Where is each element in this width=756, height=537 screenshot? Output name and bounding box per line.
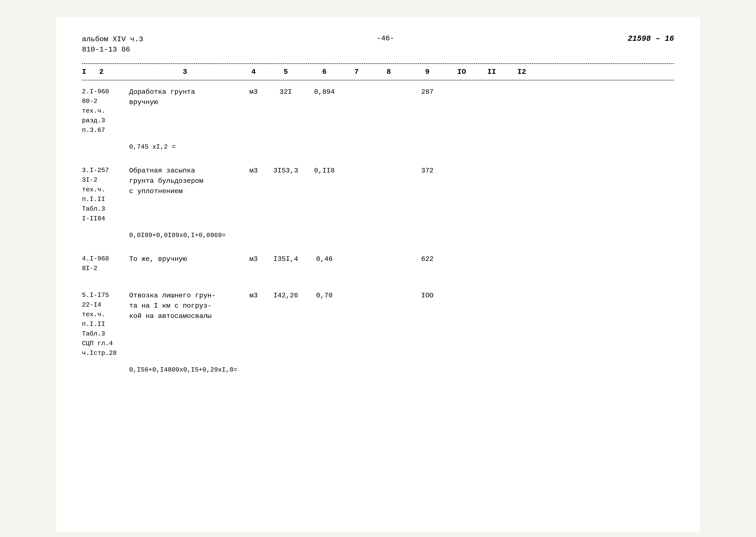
row4-subrow-spacer	[82, 366, 129, 374]
row4-col9: IOO	[408, 291, 447, 301]
col-header-7: 7	[344, 68, 370, 76]
table-row: 5.I-I7522-I4тех.ч.п.I.IIТабл.3СЦП гл.4ч.…	[82, 284, 674, 378]
row2-quantity: 3I53,3	[266, 166, 305, 176]
row1-quantity: 32I	[266, 87, 305, 97]
row3-col9: 622	[408, 254, 447, 264]
row2-formula: 0,0I89+0,0I89х0,I+0,0969=	[129, 232, 226, 239]
row1-subrow-spacer	[82, 143, 129, 150]
row1-subrow: 0,745 хI,2 =	[82, 142, 674, 155]
document-code: 21598 – 16	[628, 34, 674, 43]
row2-col6: 0,II8	[305, 166, 344, 176]
row4-subrow: 0,I56+0,I4809х0,I5+0,29хI,8=	[82, 364, 674, 378]
col-header-8: 8	[370, 68, 408, 76]
col-header-4: 4	[241, 68, 266, 76]
col-header-1: I	[82, 68, 86, 76]
row-4-main: 5.I-I7522-I4тех.ч.п.I.IIТабл.3СЦП гл.4ч.…	[82, 284, 674, 364]
row1-formula: 0,745 хI,2 =	[129, 143, 176, 150]
row1-unit: м3	[241, 87, 266, 97]
row1-col6: 0,894	[305, 87, 344, 97]
row3-quantity: I35I,4	[266, 254, 305, 264]
row4-formula: 0,I56+0,I4809х0,I5+0,29хI,8=	[129, 366, 237, 374]
document-number: 810-1-13 86	[82, 45, 143, 55]
row3-unit: м3	[241, 254, 266, 264]
row4-col6: 0,70	[305, 291, 344, 301]
table-row: 2.I-96080-2тех.ч.разд.3п.3.67 Доработка …	[82, 80, 674, 155]
row-1-main: 2.I-96080-2тех.ч.разд.3п.3.67 Доработка …	[82, 80, 674, 142]
table-row: 3.I-2573I-2тех.ч.п.I.IIТабл.3I-II84 Обра…	[82, 159, 674, 243]
table-header-row: I 2 3 4 5 6 7 8 9 IO II I2	[82, 64, 674, 80]
table-row: 4.I-9688I-2 То же, вручную м3 I35I,4 0,4…	[82, 248, 674, 280]
row4-unit: м3	[241, 291, 266, 301]
col-header-6: 6	[305, 68, 344, 76]
row2-description: Обратная засыпкагрунта бульдозеромс упло…	[129, 166, 241, 196]
page-number: -46-	[377, 34, 394, 42]
col-header-2: 2	[99, 68, 103, 76]
col-header-10: IO	[447, 68, 477, 76]
row1-description: Доработка грунтавручную	[129, 87, 241, 107]
page-header: альбом XIV ч.3 810-1-13 86 -46- 21598 – …	[82, 34, 674, 55]
row2-col9: 372	[408, 166, 447, 176]
col-header-1-2: I 2	[82, 68, 129, 76]
document-page: альбом XIV ч.3 810-1-13 86 -46- 21598 – …	[56, 17, 700, 532]
row2-id: 3.I-2573I-2тех.ч.п.I.IIТабл.3I-II84	[82, 166, 129, 224]
row3-id: 4.I-9688I-2	[82, 254, 129, 273]
row4-description: Отвозка лишнего грун-та на I км с погруз…	[129, 291, 241, 321]
header-left: альбом XIV ч.3 810-1-13 86	[82, 34, 143, 55]
col-header-3: 3	[129, 68, 241, 76]
col-header-9: 9	[408, 68, 447, 76]
album-label: альбом XIV ч.3	[82, 34, 143, 45]
col-header-11: II	[477, 68, 507, 76]
row2-subrow-spacer	[82, 232, 129, 239]
row2-subrow: 0,0I89+0,0I89х0,I+0,0969=	[82, 230, 674, 243]
row2-unit: м3	[241, 166, 266, 176]
row1-col9: 287	[408, 87, 447, 97]
col-header-5: 5	[266, 68, 305, 76]
row-2-main: 3.I-2573I-2тех.ч.п.I.IIТабл.3I-II84 Обра…	[82, 159, 674, 230]
row3-col6: 0,46	[305, 254, 344, 264]
row1-id: 2.I-96080-2тех.ч.разд.3п.3.67	[82, 87, 129, 135]
col-header-12: I2	[507, 68, 537, 76]
row4-quantity: I42,26	[266, 291, 305, 301]
row4-id: 5.I-I7522-I4тех.ч.п.I.IIТабл.3СЦП гл.4ч.…	[82, 291, 129, 358]
row3-description: То же, вручную	[129, 254, 241, 264]
row-3-main: 4.I-9688I-2 То же, вручную м3 I35I,4 0,4…	[82, 248, 674, 280]
